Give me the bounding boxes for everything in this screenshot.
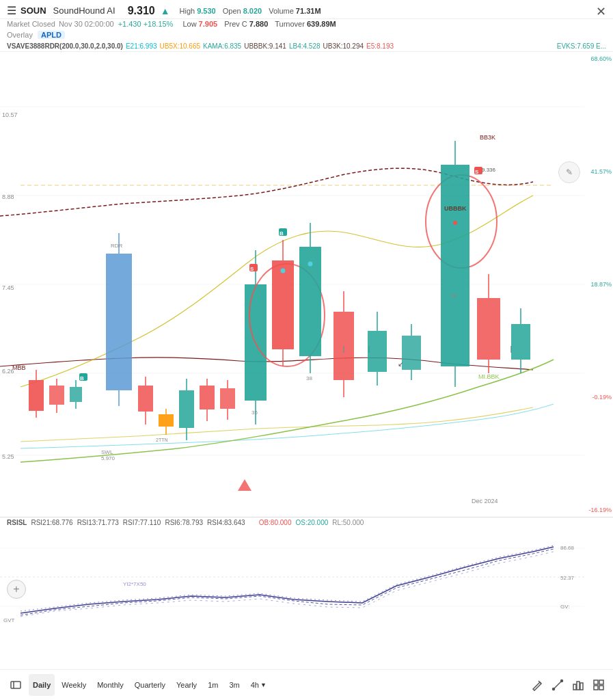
svg-text:RDR: RDR xyxy=(111,243,123,249)
svg-text:MBB: MBB xyxy=(12,364,26,371)
rsi6-val: RSI6:78.793 xyxy=(165,519,203,526)
svg-rect-44 xyxy=(272,260,294,349)
svg-rect-114 xyxy=(594,680,598,684)
stock-symbol: SOUN xyxy=(21,5,46,16)
rsi-indicator-bar: RSISL RSI21:68.776 RSI13:71.773 RSI7:77.… xyxy=(0,517,613,528)
turnover-value: 639.89M xyxy=(307,20,336,28)
svg-text:2TTN: 2TTN xyxy=(156,438,168,442)
logo-area: ☰ SOUN SoundHound AI 9.310 ▲ xyxy=(7,4,170,17)
evks-value: EVKS:7.659 E... xyxy=(557,42,606,50)
svg-point-109 xyxy=(553,688,555,690)
svg-line-108 xyxy=(554,681,562,689)
svg-rect-17 xyxy=(106,254,132,390)
svg-text:9.336: 9.336 xyxy=(482,167,496,173)
bar-chart-button[interactable] xyxy=(571,677,586,692)
rsi-chart-svg[interactable]: YI2*7X50 86.68 52.37 GV: GVT xyxy=(0,528,584,627)
svg-rect-21 xyxy=(138,386,153,412)
open-value: 8.020 xyxy=(243,7,262,15)
svg-rect-96 xyxy=(0,528,584,627)
svg-rect-115 xyxy=(599,680,603,684)
svg-text:GVT: GVT xyxy=(3,617,15,623)
rsi21-val: RSI21:68.776 xyxy=(31,519,72,526)
stock-price: 9.310 xyxy=(128,5,155,17)
timeframe-1m-button[interactable]: 1m xyxy=(204,674,222,696)
svg-text:S: S xyxy=(250,266,254,272)
chart-container[interactable]: ✎ B xyxy=(0,52,613,517)
svg-rect-105 xyxy=(11,682,21,688)
bottom-bar: Daily Weekly Monthly Quarterly Yearly 1m… xyxy=(0,669,613,700)
timeframe-daily-button[interactable]: Daily xyxy=(29,674,55,696)
svg-text:36: 36 xyxy=(251,409,258,416)
timeframe-quarterly-button[interactable]: Quarterly xyxy=(131,674,169,696)
rsi13-val: RSI13:71.773 xyxy=(77,519,119,526)
rsi4-val: RSI4:83.643 xyxy=(207,519,245,526)
overlay-tag[interactable]: APLD xyxy=(38,31,65,39)
price-change: +1.430 +18.15% xyxy=(118,20,174,28)
line-tool-button[interactable] xyxy=(550,677,565,692)
ob-val: OB:80.000 xyxy=(259,519,292,526)
svg-text:YI2*7X50: YI2*7X50 xyxy=(123,581,146,587)
e5-value: E5:8.193 xyxy=(366,42,394,50)
volume-value: 71.31M xyxy=(296,7,321,15)
svg-text:7.45: 7.45 xyxy=(2,284,14,291)
menu-icon[interactable]: ☰ xyxy=(7,4,16,17)
timeframe-4h-label: 4h xyxy=(251,681,259,689)
low-value: 7.905 xyxy=(199,20,218,28)
close-button[interactable]: ✕ xyxy=(596,4,606,19)
prevc-label: Prev C xyxy=(224,20,247,28)
svg-text:86.68: 86.68 xyxy=(560,545,575,551)
svg-rect-6 xyxy=(29,380,44,411)
stock-name: SoundHound AI xyxy=(53,5,115,16)
rl-val: RL:50.000 xyxy=(332,519,364,526)
svg-text:MI.BBK: MI.BBK xyxy=(478,373,500,380)
svg-text:BB3K: BB3K xyxy=(480,134,495,141)
svg-text:SWL: SWL xyxy=(101,449,113,455)
market-date: Nov 30 02:00:00 xyxy=(59,20,114,28)
subheader: Market Closed Nov 30 02:00:00 +1.430 +18… xyxy=(0,19,613,29)
timeframe-monthly-button[interactable]: Monthly xyxy=(93,674,128,696)
add-indicator-button[interactable]: + xyxy=(7,580,26,599)
timeframe-yearly-button[interactable]: Yearly xyxy=(172,674,201,696)
draw-button[interactable] xyxy=(530,677,545,692)
open-label: Open xyxy=(223,7,241,15)
rsi-label: RSISL xyxy=(7,519,27,526)
svg-text:GV:: GV: xyxy=(560,604,569,610)
svg-text:B: B xyxy=(280,230,284,237)
ub3k-value: UB3K:10.294 xyxy=(323,42,364,50)
rsi-panel: RSISL RSI21:68.776 RSI13:71.773 RSI7:77.… xyxy=(0,517,613,640)
svg-text:5.25: 5.25 xyxy=(2,453,14,460)
svg-text:S: S xyxy=(475,169,479,175)
prevc-value: 7.880 xyxy=(249,20,269,28)
svg-rect-9 xyxy=(49,386,64,405)
svg-rect-113 xyxy=(580,683,583,690)
grid-button[interactable] xyxy=(591,677,606,692)
os-val: OS:20.000 xyxy=(295,519,328,526)
overlay-label: Overlay xyxy=(7,31,33,39)
svg-point-49 xyxy=(281,269,286,273)
svg-rect-111 xyxy=(573,684,576,690)
header: ☰ SOUN SoundHound AI 9.310 ▲ High 9.530 … xyxy=(0,0,613,19)
ubbbk-value: UBBBK:9.141 xyxy=(244,42,286,50)
main-chart-svg[interactable]: B RDR 2TTN S xyxy=(0,52,584,517)
kama-value: KAMA:6.835 xyxy=(203,42,241,50)
svg-rect-28 xyxy=(179,390,194,428)
svg-marker-94 xyxy=(238,479,251,491)
timeframe-3m-button[interactable]: 3m xyxy=(225,674,243,696)
svg-rect-117 xyxy=(599,686,603,690)
svg-rect-77 xyxy=(477,298,500,360)
rsi7-val: RSI7:77.110 xyxy=(123,519,161,526)
timeframe-4h-button[interactable]: 4h ▼ xyxy=(247,674,271,696)
lb4-value: LB4:4.528 xyxy=(289,42,321,50)
svg-rect-64 xyxy=(402,336,421,370)
svg-text:Dec 2024: Dec 2024 xyxy=(472,498,498,504)
axis-val-2: 41.57% xyxy=(586,168,612,175)
high-value: 9.530 xyxy=(197,7,216,15)
expand-button[interactable] xyxy=(5,674,26,696)
svg-rect-68 xyxy=(441,165,469,366)
timeframe-weekly-button[interactable]: Weekly xyxy=(57,674,90,696)
svg-text:8.88: 8.88 xyxy=(2,193,14,200)
svg-rect-12 xyxy=(70,387,82,402)
svg-point-110 xyxy=(561,680,563,682)
market-status: Market Closed xyxy=(7,20,55,28)
chevron-down-icon: ▼ xyxy=(260,682,267,688)
